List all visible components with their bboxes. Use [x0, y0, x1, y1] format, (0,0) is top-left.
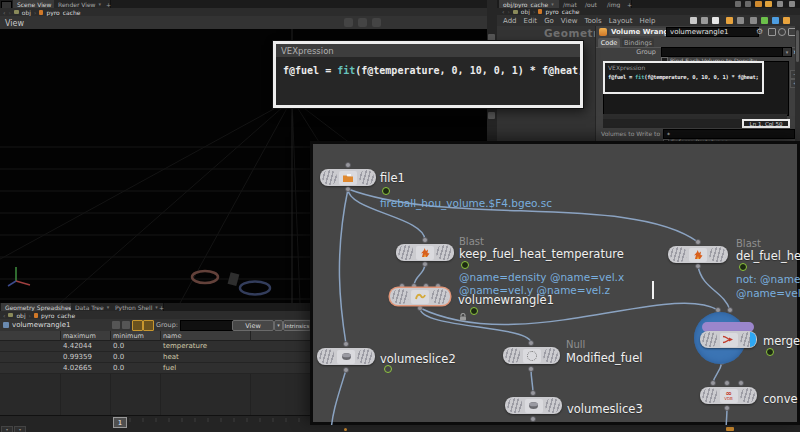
- update-mode-icon[interactable]: [761, 17, 768, 24]
- vexpression-code[interactable]: f@fuel = fit(f@temperature, 0, 10, 0, 1)…: [608, 74, 759, 80]
- breadcrumb-obj[interactable]: obj: [521, 8, 530, 15]
- table-row[interactable]: 4.42044 0.0 temperature: [0, 341, 310, 352]
- cook-icon[interactable]: [783, 17, 790, 24]
- node-name-field[interactable]: volumewrangle1: [666, 27, 759, 37]
- tab-render-view[interactable]: Render View ▾: [54, 0, 111, 8]
- close-icon[interactable]: [789, 1, 795, 7]
- panel-icon[interactable]: [712, 17, 719, 24]
- forward-icon[interactable]: ›: [507, 8, 509, 15]
- blast-icon: [689, 248, 707, 262]
- detail-mode-icon[interactable]: [143, 320, 154, 331]
- vertices-mode-icon[interactable]: [122, 321, 130, 329]
- scrollbar-thumb[interactable]: [796, 30, 799, 62]
- menu-view[interactable]: View: [561, 17, 578, 25]
- node-modified-fuel[interactable]: [503, 347, 560, 364]
- houdini-app: Scene View ▾ Render View ▾ + ‹ › obj › p…: [0, 0, 800, 432]
- viewport-view-menu[interactable]: View: [5, 19, 24, 28]
- breadcrumb-pyro-cache[interactable]: pyro_cache: [41, 312, 75, 319]
- table-row[interactable]: 4.02665 0.0 fuel: [0, 363, 310, 374]
- timeline-dropdown[interactable]: ▾: [14, 426, 26, 432]
- node-file1[interactable]: [320, 169, 376, 186]
- add-tab-button[interactable]: +: [627, 1, 632, 8]
- layout-icon[interactable]: [737, 17, 744, 24]
- breadcrumb-obj[interactable]: obj: [16, 312, 25, 319]
- node-volumeslice3[interactable]: [505, 397, 562, 414]
- back-icon[interactable]: ‹: [502, 8, 504, 15]
- display-badge[interactable]: [739, 263, 747, 271]
- display-badge[interactable]: [470, 307, 478, 315]
- menu-layout[interactable]: Layout: [609, 17, 633, 25]
- column-header-minimum[interactable]: minimum: [113, 332, 144, 340]
- points-mode-icon[interactable]: [112, 321, 120, 329]
- pin-icon[interactable]: [755, 1, 762, 7]
- menu-go[interactable]: Go: [544, 17, 554, 25]
- breadcrumb-pyro-cache[interactable]: pyro_cache: [545, 8, 579, 15]
- node-volumeslice2[interactable]: [317, 348, 375, 365]
- node-keep-fuel-heat-temperature[interactable]: [396, 244, 454, 261]
- window-icon[interactable]: [750, 17, 757, 24]
- cell-name: heat: [163, 353, 179, 361]
- table-row[interactable]: 0.99359 0.0 heat: [0, 352, 310, 363]
- chevron-down-icon[interactable]: ▾: [274, 320, 283, 331]
- view-button[interactable]: View: [232, 320, 274, 331]
- column-header-maximum[interactable]: maximum: [63, 332, 96, 340]
- panel-scrollbar[interactable]: [795, 26, 800, 141]
- breadcrumb-obj[interactable]: obj: [22, 9, 31, 16]
- display-flag-bar[interactable]: [750, 332, 756, 347]
- display-badge[interactable]: [382, 187, 390, 195]
- timeline-dropdown[interactable]: ▾: [1, 426, 13, 432]
- pane-icon[interactable]: [745, 1, 751, 7]
- back-icon[interactable]: ‹: [3, 9, 5, 16]
- menu-help[interactable]: Help: [640, 17, 656, 25]
- toolbar-icon[interactable]: [488, 112, 495, 119]
- tab-label: Scene View: [17, 1, 51, 8]
- list-icon[interactable]: [701, 17, 708, 24]
- menu-edit[interactable]: Edit: [524, 17, 538, 25]
- tab-obj-pyro-cache[interactable]: obj/pyro_cache ▾: [499, 0, 566, 8]
- group-label: Group:: [156, 321, 178, 329]
- wrench-icon[interactable]: [690, 17, 697, 24]
- search-icon[interactable]: [778, 28, 786, 36]
- node-volumewrangle1[interactable]: [390, 288, 450, 305]
- prims-mode-icon[interactable]: [132, 320, 143, 331]
- group-filter-field[interactable]: [180, 320, 236, 331]
- toolbar-icon[interactable]: [488, 34, 495, 41]
- network-editor-window[interactable]: file1 fireball_hou_volume.$F4.bgeo.sc Bl…: [310, 141, 800, 425]
- frame-icon[interactable]: [768, 28, 776, 36]
- cell-minimum: 0.0: [113, 353, 124, 361]
- playhead-frame-marker[interactable]: 1: [113, 417, 127, 428]
- display-badge[interactable]: [384, 365, 392, 373]
- move-tool-icon[interactable]: [358, 18, 367, 27]
- node-del-fuel[interactable]: [668, 246, 728, 263]
- range-marker: [726, 427, 734, 431]
- chevron-down-icon[interactable]: ▾: [782, 47, 792, 57]
- tab-code[interactable]: Code: [598, 38, 620, 47]
- layout-icon[interactable]: [726, 17, 733, 24]
- spreadsheet-table: maximum minimum name 4.42044 0.0 tempera…: [0, 331, 310, 415]
- menu-tools[interactable]: Tools: [584, 17, 601, 25]
- add-tab-button[interactable]: +: [106, 1, 111, 8]
- pane-icon[interactable]: [735, 1, 741, 7]
- tab-python-shell[interactable]: Python Shell ▾: [111, 303, 164, 311]
- breadcrumb-pyro-cache[interactable]: pyro_cache: [46, 9, 80, 16]
- display-badge[interactable]: [461, 261, 469, 269]
- menu-add[interactable]: Add: [503, 17, 517, 25]
- snap-tool-icon[interactable]: [372, 18, 381, 27]
- add-tab-button[interactable]: +: [159, 304, 164, 311]
- gear-icon[interactable]: ⚙: [756, 27, 763, 36]
- select-tool-icon[interactable]: [344, 18, 353, 27]
- node-merge[interactable]: [700, 331, 757, 348]
- parameter-panel: Volume Wrangle volumewrangle1 ⚙ Code Bin…: [595, 26, 800, 141]
- group-field[interactable]: [661, 47, 789, 57]
- tab-bindings[interactable]: Bindings: [622, 38, 654, 47]
- intrinsics-button[interactable]: Intrinsics: [283, 320, 311, 331]
- forward-icon[interactable]: ›: [8, 9, 10, 16]
- tab-geometry-spreadsheet[interactable]: Geometry Spreadsheet ▾: [1, 303, 78, 311]
- back-icon[interactable]: ‹: [3, 312, 5, 319]
- pin-icon[interactable]: [765, 1, 772, 7]
- display-badge[interactable]: [766, 348, 774, 356]
- node-convert[interactable]: ∞ VDB: [700, 387, 757, 404]
- sync-icon[interactable]: [772, 17, 779, 24]
- column-header-name[interactable]: name: [163, 332, 181, 340]
- maximize-icon[interactable]: [777, 1, 783, 7]
